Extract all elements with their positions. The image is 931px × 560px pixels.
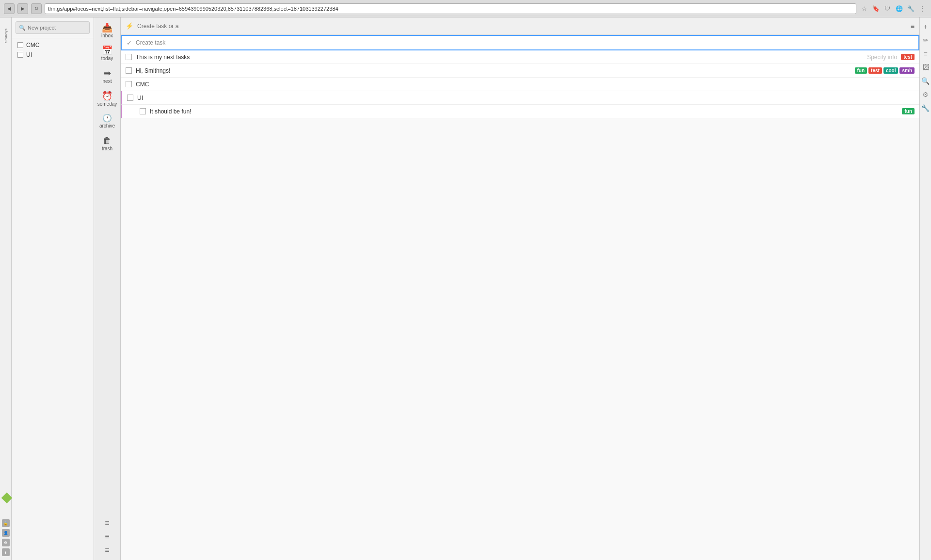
task-tags-subtask: fun bbox=[902, 108, 915, 114]
project-checkbox-section-cmc[interactable] bbox=[126, 81, 132, 87]
right-search-icon[interactable]: 🔍 bbox=[920, 76, 931, 86]
nav-item-archive[interactable]: 🕐 archive bbox=[94, 111, 120, 132]
right-list-icon[interactable]: ≡ bbox=[922, 48, 929, 59]
filter-icon: ⚡ bbox=[126, 22, 133, 30]
filter-input[interactable] bbox=[137, 23, 907, 30]
menu-icon[interactable]: ⋮ bbox=[917, 4, 927, 14]
info-icon[interactable]: ℹ bbox=[2, 548, 10, 556]
projects-list: CMC UI bbox=[12, 38, 94, 560]
today-icon: 📅 bbox=[102, 46, 112, 55]
someday-icon: ⏰ bbox=[102, 92, 112, 100]
list-view-icon-3[interactable]: ≡ bbox=[103, 544, 111, 556]
tag-smh-2: smh bbox=[899, 67, 915, 74]
nav-item-someday[interactable]: ⏰ someday bbox=[94, 88, 120, 111]
nav-icons-column: 📥 inbox 📅 today ➡ next ⏰ someday 🕐 archi… bbox=[94, 17, 121, 560]
project-label-ui: UI bbox=[26, 51, 32, 58]
nav-label-trash: trash bbox=[102, 146, 112, 151]
task-checkbox-2[interactable] bbox=[126, 67, 132, 74]
browser-bar: ◀ ▶ ↻ thn.gs/app#focus=next;list=flat;si… bbox=[0, 0, 931, 17]
filter-menu-icon[interactable]: ≡ bbox=[911, 22, 915, 30]
project-label-cmc: CMC bbox=[26, 42, 39, 48]
task-name-2: Hi, Smithngs! bbox=[136, 67, 851, 74]
create-task-label: Create task bbox=[136, 39, 914, 46]
task-row-subtask[interactable]: It should be fun! fun bbox=[121, 105, 919, 118]
settings-icon[interactable]: ⚙ bbox=[2, 539, 10, 546]
project-section-cmc[interactable]: CMC bbox=[121, 78, 919, 91]
project-item-cmc[interactable]: CMC bbox=[12, 40, 94, 50]
url-bar[interactable]: thn.gs/app#focus=next;list=flat;sidebar=… bbox=[45, 3, 856, 14]
app-container: Smileys 🔒 👤 ⚙ ℹ 🔍 CMC UI bbox=[0, 17, 931, 560]
project-item-ui[interactable]: UI bbox=[12, 50, 94, 60]
task-row-1[interactable]: This is my next tasks Specify info test bbox=[121, 50, 919, 64]
next-icon: ➡ bbox=[104, 69, 111, 78]
brand-strip: Smileys 🔒 👤 ⚙ ℹ bbox=[0, 17, 12, 560]
tag-fun-subtask: fun bbox=[902, 108, 915, 114]
task-placeholder-1: Specify info bbox=[867, 54, 897, 61]
shield-icon[interactable]: 🛡 bbox=[883, 4, 892, 14]
user-icon[interactable]: 👤 bbox=[2, 529, 10, 537]
nav-label-today: today bbox=[101, 56, 113, 61]
right-settings-icon[interactable]: ⚙ bbox=[921, 89, 930, 100]
main-content: ⚡ ≡ ✓ Create task This is my next tasks … bbox=[121, 17, 919, 560]
nav-label-someday: someday bbox=[97, 101, 117, 107]
tag-cool-2: cool bbox=[883, 67, 899, 74]
project-ui-wrapper: UI It should be fun! fun bbox=[121, 91, 919, 118]
nav-label-next: next bbox=[103, 79, 112, 84]
project-search-input[interactable] bbox=[28, 25, 86, 31]
extensions-icon[interactable]: 🔧 bbox=[906, 4, 915, 14]
refresh-button[interactable]: ↻ bbox=[31, 3, 42, 14]
task-list: ✓ Create task This is my next tasks Spec… bbox=[121, 35, 919, 560]
right-wrench-icon[interactable]: 🔧 bbox=[920, 103, 931, 113]
task-checkbox-1[interactable] bbox=[126, 54, 132, 60]
nav-item-today[interactable]: 📅 today bbox=[94, 42, 120, 65]
tag-test-1: test bbox=[901, 54, 915, 60]
right-image-icon[interactable]: 🖼 bbox=[921, 62, 931, 73]
globe-icon[interactable]: 🌐 bbox=[894, 4, 904, 14]
trash-icon: 🗑 bbox=[103, 136, 112, 145]
project-section-name-cmc: CMC bbox=[136, 81, 915, 88]
task-checkbox-subtask[interactable] bbox=[140, 108, 146, 114]
right-sidebar: + ✏ ≡ 🖼 🔍 ⚙ 🔧 bbox=[919, 17, 931, 560]
task-name-1: This is my next tasks bbox=[136, 54, 863, 61]
nav-item-inbox[interactable]: 📥 inbox bbox=[94, 19, 120, 42]
nav-bottom: ≡ ≡ ≡ bbox=[94, 517, 120, 560]
back-button[interactable]: ◀ bbox=[4, 3, 15, 14]
project-search-area: 🔍 bbox=[12, 17, 94, 38]
project-checkbox-cmc[interactable] bbox=[17, 42, 23, 48]
task-tags-2: fun test cool smh bbox=[855, 67, 915, 74]
lock-icon[interactable]: 🔒 bbox=[2, 519, 10, 527]
list-view-icon-2[interactable]: ≡ bbox=[103, 531, 111, 543]
right-add-icon[interactable]: + bbox=[922, 21, 929, 32]
create-task-check-icon: ✓ bbox=[127, 39, 132, 47]
nav-label-archive: archive bbox=[99, 123, 115, 128]
brand-logo: Smileys bbox=[1, 21, 10, 50]
project-checkbox-section-ui[interactable] bbox=[127, 95, 133, 101]
nav-label-inbox: inbox bbox=[101, 33, 113, 38]
star-icon[interactable]: ☆ bbox=[859, 4, 869, 14]
url-text: thn.gs/app#focus=next;list=flat;sidebar=… bbox=[48, 6, 338, 12]
project-section-ui[interactable]: UI bbox=[121, 91, 919, 105]
project-search-container: 🔍 bbox=[16, 21, 90, 34]
create-task-row[interactable]: ✓ Create task bbox=[121, 35, 919, 50]
list-view-icon-1[interactable]: ≡ bbox=[103, 517, 111, 529]
project-checkbox-ui[interactable] bbox=[17, 52, 23, 58]
project-section-name-ui: UI bbox=[137, 95, 915, 101]
task-name-subtask: It should be fun! bbox=[150, 108, 898, 115]
right-edit-icon[interactable]: ✏ bbox=[921, 35, 930, 46]
bookmark-icon[interactable]: 🔖 bbox=[871, 4, 881, 14]
forward-button[interactable]: ▶ bbox=[17, 3, 28, 14]
archive-icon: 🕐 bbox=[102, 114, 112, 122]
nav-item-trash[interactable]: 🗑 trash bbox=[94, 132, 120, 155]
task-row-2[interactable]: Hi, Smithngs! fun test cool smh bbox=[121, 64, 919, 78]
nav-item-next[interactable]: ➡ next bbox=[94, 65, 120, 88]
left-nav: 🔍 CMC UI bbox=[12, 17, 94, 560]
search-icon: 🔍 bbox=[19, 25, 26, 31]
filter-bar: ⚡ ≡ bbox=[121, 17, 919, 35]
tag-fun-2: fun bbox=[855, 67, 867, 74]
tag-test-2: test bbox=[868, 67, 882, 74]
inbox-icon: 📥 bbox=[102, 23, 112, 32]
task-tags-1: test bbox=[901, 54, 915, 60]
